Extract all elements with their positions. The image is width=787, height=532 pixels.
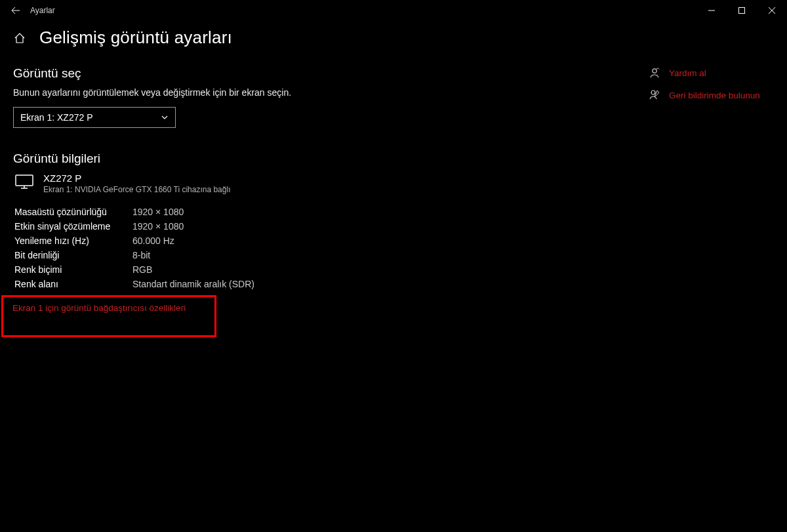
back-button[interactable] xyxy=(4,0,28,21)
select-display-title: Görüntü seç xyxy=(13,66,603,81)
monitor-name: XZ272 P xyxy=(43,173,230,184)
home-icon xyxy=(14,32,26,44)
info-value: 1920 × 1080 xyxy=(132,219,254,234)
page-title: Gelişmiş görüntü ayarları xyxy=(39,28,232,48)
info-key: Renk biçimi xyxy=(14,262,132,277)
page-header: Gelişmiş görüntü ayarları xyxy=(0,21,787,52)
adapter-properties-link[interactable]: Ekran 1 için görüntü bağdaştırıcısı özel… xyxy=(12,303,186,313)
info-row: Bit derinliği8-bit xyxy=(14,248,254,262)
feedback-link-label: Geri bildirimde bulunun xyxy=(669,91,760,100)
info-value: 1920 × 1080 xyxy=(132,205,254,219)
minimize-button[interactable] xyxy=(696,0,727,21)
svg-rect-0 xyxy=(739,8,745,14)
display-info-title: Görüntü bilgileri xyxy=(13,152,603,166)
chevron-down-icon xyxy=(161,113,169,121)
maximize-button[interactable] xyxy=(727,0,757,21)
info-row: Renk biçimiRGB xyxy=(14,262,254,277)
main-content: Görüntü seç Bunun ayarlarını görüntüleme… xyxy=(13,52,603,337)
monitor-header: XZ272 P Ekran 1: NVIDIA GeForce GTX 1660… xyxy=(14,173,603,194)
app-title: Ayarlar xyxy=(30,6,55,15)
help-icon xyxy=(648,66,661,79)
info-value: RGB xyxy=(132,262,254,277)
display-select-value: Ekran 1: XZ272 P xyxy=(20,112,93,123)
close-icon xyxy=(769,7,775,14)
minimize-icon xyxy=(708,7,715,14)
svg-point-3 xyxy=(651,91,655,94)
info-key: Renk alanı xyxy=(14,277,132,291)
display-info-table: Masaüstü çözünürlüğü1920 × 1080Etkin sin… xyxy=(14,205,254,291)
info-key: Etkin sinyal çözümleme xyxy=(14,219,132,234)
adapter-properties-highlight: Ekran 1 için görüntü bağdaştırıcısı özel… xyxy=(1,295,216,337)
close-button[interactable] xyxy=(757,0,787,21)
info-row: Renk alanıStandart dinamik aralık (SDR) xyxy=(14,277,254,291)
home-button[interactable] xyxy=(13,31,26,45)
help-link-label: Yardım al xyxy=(669,68,706,78)
select-display-hint: Bunun ayarlarını görüntülemek veya değiş… xyxy=(13,87,603,98)
info-key: Yenileme hızı (Hz) xyxy=(14,234,132,248)
info-value: 8-bit xyxy=(132,248,254,262)
window-controls xyxy=(696,0,787,21)
display-select-dropdown[interactable]: Ekran 1: XZ272 P xyxy=(13,107,176,128)
monitor-icon xyxy=(14,174,34,190)
info-row: Yenileme hızı (Hz)60.000 Hz xyxy=(14,234,254,248)
feedback-icon xyxy=(648,89,661,102)
help-link[interactable]: Yardım al xyxy=(648,66,779,79)
help-sidebar: Yardım al Geri bildirimde bulunun xyxy=(648,66,779,111)
feedback-link[interactable]: Geri bildirimde bulunun xyxy=(648,89,779,102)
info-key: Bit derinliği xyxy=(14,248,132,262)
svg-point-2 xyxy=(653,69,656,73)
titlebar: Ayarlar xyxy=(0,0,787,21)
svg-rect-1 xyxy=(16,175,33,186)
info-row: Etkin sinyal çözümleme1920 × 1080 xyxy=(14,219,254,234)
arrow-left-icon xyxy=(11,6,20,15)
monitor-subtext: Ekran 1: NVIDIA GeForce GTX 1660 Ti ciha… xyxy=(43,185,230,194)
info-value: Standart dinamik aralık (SDR) xyxy=(132,277,254,291)
info-value: 60.000 Hz xyxy=(132,234,254,248)
info-row: Masaüstü çözünürlüğü1920 × 1080 xyxy=(14,205,254,219)
info-key: Masaüstü çözünürlüğü xyxy=(14,205,132,219)
maximize-icon xyxy=(738,7,745,14)
